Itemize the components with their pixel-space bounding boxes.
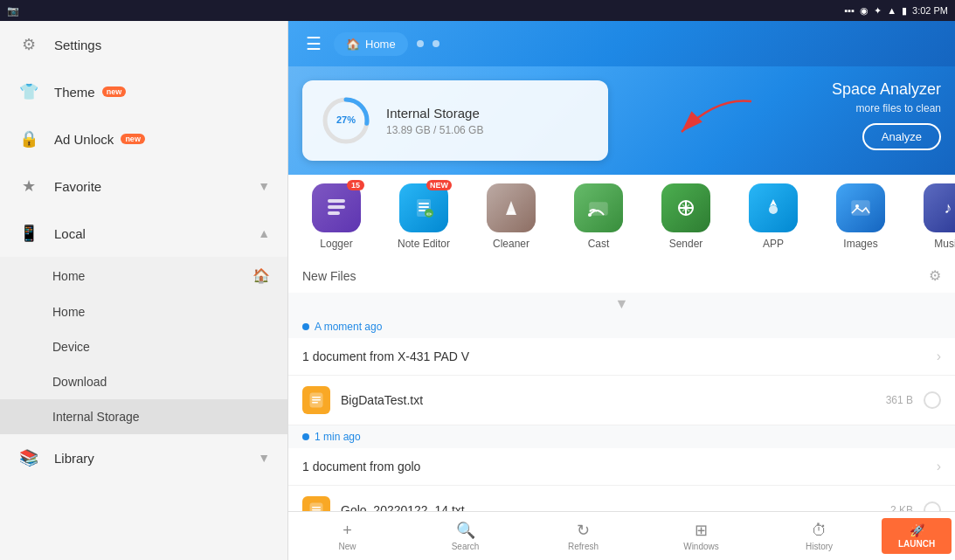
svg-rect-8 — [419, 203, 429, 204]
sidebar: ⚙ Settings 👕 Theme new 🔒 Ad Unlock new ★… — [0, 21, 288, 560]
bottom-bar: + New 🔍 Search ↻ Refresh ⊞ Windows ⏱ His… — [288, 511, 955, 560]
svg-rect-18 — [852, 201, 869, 215]
file-name-bigdata: BigDataTest.txt — [341, 393, 886, 407]
sidebar-item-settings[interactable]: ⚙ Settings — [0, 21, 287, 68]
bottom-item-new[interactable]: + New — [288, 516, 406, 557]
files-settings-icon[interactable]: ⚙ — [929, 267, 941, 284]
lock-icon: 🔒 — [17, 128, 40, 150]
clock: 3:02 PM — [912, 5, 948, 16]
svg-rect-13 — [508, 211, 515, 214]
sidebar-item-library[interactable]: 📚 Library ▼ — [0, 434, 287, 481]
sidebar-item-adunlock[interactable]: 🔒 Ad Unlock new — [0, 115, 287, 162]
sidebar-sub-device[interactable]: Device — [0, 329, 287, 364]
svg-rect-10 — [419, 210, 426, 211]
file-group-arrow-1: › — [937, 349, 941, 364]
app-item-logger[interactable]: 15 Logger — [306, 183, 367, 250]
images-label: Images — [843, 238, 877, 250]
svg-rect-23 — [312, 399, 321, 401]
file-icon-txt — [302, 386, 330, 414]
file-checkbox-bigdata[interactable] — [924, 391, 941, 409]
camera-icon: 📷 — [7, 5, 19, 17]
sidebar-label-local: Local — [54, 226, 86, 241]
hamburger-button[interactable]: ☰ — [302, 30, 325, 58]
app-label: APP — [763, 238, 784, 250]
sidebar-sub-internal-storage[interactable]: Internal Storage — [0, 399, 287, 434]
refresh-label: Refresh — [568, 542, 599, 551]
windows-icon: ⊞ — [695, 521, 708, 540]
home-icon: 🏠 — [253, 267, 270, 284]
bottom-item-refresh[interactable]: ↻ Refresh — [524, 515, 642, 557]
analyze-button[interactable]: Analyze — [862, 123, 941, 150]
app-item-images[interactable]: Images — [830, 183, 891, 250]
storage-title: Internal Storage — [386, 106, 591, 121]
gear-icon: ⚙ — [17, 33, 40, 56]
file-group-desc-2: 1 document from golo — [302, 460, 937, 474]
app-grid: 15 Logger ✏ NEW Note Editor — [306, 183, 938, 250]
app-grid-section: 15 Logger ✏ NEW Note Editor — [288, 175, 955, 259]
sub-download-label: Download — [52, 375, 107, 389]
status-bar-left: 📷 — [7, 5, 19, 17]
bluetooth-icon: ✦ — [874, 5, 882, 17]
app-item-note-editor[interactable]: ✏ NEW Note Editor — [393, 183, 454, 250]
sidebar-item-theme[interactable]: 👕 Theme new — [0, 68, 287, 115]
music-icon: ♪ — [924, 183, 955, 232]
files-section: New Files ⚙ ▼ A moment ago 1 document fr… — [288, 259, 955, 511]
note-editor-icon: ✏ — [399, 183, 448, 232]
tab-dot-1 — [417, 40, 424, 47]
time-label-1: A moment ago — [302, 321, 941, 333]
bottom-item-launch[interactable]: 🚀 LAUNCH — [882, 518, 952, 554]
main-layout: ⚙ Settings 👕 Theme new 🔒 Ad Unlock new ★… — [0, 21, 955, 560]
cleaner-label: Cleaner — [493, 238, 529, 250]
cast-icon — [574, 183, 623, 232]
bottom-item-windows[interactable]: ⊞ Windows — [642, 515, 760, 557]
file-group-row-1[interactable]: 1 document from X-431 PAD V › — [288, 338, 955, 376]
storage-size: 13.89 GB / 51.06 GB — [386, 124, 591, 136]
refresh-icon: ↻ — [577, 521, 590, 540]
sidebar-label-settings: Settings — [54, 38, 101, 52]
file-row-bigdata[interactable]: BigDataTest.txt 361 B — [288, 376, 955, 425]
svg-rect-5 — [328, 205, 345, 209]
cleaner-icon — [487, 183, 536, 232]
signal-icon: ▪▪▪ — [844, 5, 855, 16]
svg-rect-4 — [328, 199, 345, 203]
file-group-row-2[interactable]: 1 document from golo › — [288, 448, 955, 486]
home-tab[interactable]: 🏠 Home — [334, 32, 408, 56]
tab-dot-2 — [433, 40, 439, 47]
svg-rect-9 — [419, 206, 429, 208]
red-arrow — [664, 93, 769, 145]
status-bar-right: ▪▪▪ ◉ ✦ ▲ ▮ 3:02 PM — [844, 5, 948, 17]
app-item-sender[interactable]: Sender — [655, 183, 716, 250]
sidebar-sub-home2[interactable]: Home — [0, 294, 287, 329]
time-dot-2 — [302, 433, 309, 440]
content-header: ☰ 🏠 Home — [288, 21, 955, 66]
sidebar-item-favorite[interactable]: ★ Favorite ▼ — [0, 162, 287, 210]
app-item-music[interactable]: ♪ Music — [917, 183, 955, 250]
note-editor-badge: NEW — [426, 180, 452, 190]
file-name-golo: Golo_20220122_14.txt — [341, 503, 890, 511]
cast-label: Cast — [588, 238, 610, 250]
svg-rect-6 — [328, 211, 340, 215]
file-row-golo[interactable]: Golo_20220122_14.txt 2 KB — [288, 486, 955, 511]
bottom-item-search[interactable]: 🔍 Search — [406, 515, 524, 557]
theme-icon: 👕 — [17, 80, 40, 103]
svg-rect-26 — [312, 507, 321, 508]
file-checkbox-golo[interactable] — [924, 501, 941, 511]
storage-section: 27% Internal Storage 13.89 GB / 51.06 GB… — [288, 66, 955, 175]
svg-point-17 — [769, 205, 778, 214]
music-label: Music — [934, 238, 955, 250]
files-chevron-down: ▼ — [288, 293, 955, 315]
new-label: New — [338, 542, 356, 551]
images-icon — [836, 183, 885, 232]
bottom-item-history[interactable]: ⏱ History — [760, 516, 878, 557]
logger-icon — [312, 183, 361, 232]
app-item-app[interactable]: APP — [743, 183, 804, 250]
app-item-cast[interactable]: Cast — [568, 183, 629, 250]
adunlock-badge: new — [121, 134, 145, 144]
space-analyzer: Space Analyzer more files to clean Analy… — [832, 80, 941, 150]
app-item-cleaner[interactable]: Cleaner — [481, 183, 542, 250]
sidebar-item-local[interactable]: 📱 Local ▲ — [0, 210, 287, 257]
sidebar-sub-download[interactable]: Download — [0, 364, 287, 399]
storage-card[interactable]: 27% Internal Storage 13.89 GB / 51.06 GB — [302, 80, 608, 161]
sidebar-sub-home1[interactable]: Home 🏠 — [0, 257, 287, 294]
search-label: Search — [452, 542, 480, 551]
